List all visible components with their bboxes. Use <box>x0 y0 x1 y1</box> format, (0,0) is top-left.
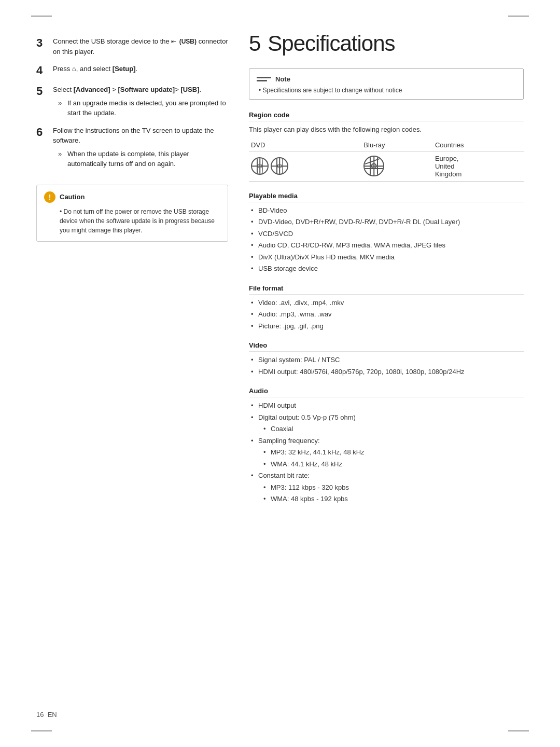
audio-item-4: Sampling frequency: <box>251 436 524 446</box>
video-list: Signal system: PAL / NTSC HDMI output: 4… <box>251 355 524 377</box>
usb-icon: ⇤ (USB) <box>171 37 197 46</box>
file-format-title: File format <box>249 284 524 295</box>
media-item-5: DivX (Ultra)/DivX Plus HD media, MKV med… <box>251 252 524 262</box>
note-icon <box>257 74 271 84</box>
file-format-list: Video: .avi, .divx, .mp4, .mkv Audio: .m… <box>251 298 524 331</box>
home-icon: ⌂ <box>72 65 76 73</box>
br-h2 <box>365 168 383 169</box>
corner-decoration-tr <box>508 16 529 17</box>
disc2-arc-2 <box>282 158 283 174</box>
step-5-sublist: If an upgrade media is detected, you are… <box>58 98 228 118</box>
step-number-6: 6 <box>36 126 48 139</box>
col-bluray: Blu-ray <box>361 139 433 151</box>
step-6-sub-1: When the update is complete, this player… <box>58 149 228 169</box>
caution-title: Caution <box>60 193 85 201</box>
video-item-2: HDMI output: 480i/576i, 480p/576p, 720p,… <box>251 367 524 377</box>
audio-list: HDMI output Digital output: 0.5 Vp-p (75… <box>251 400 524 504</box>
audio-item-5: MP3: 32 kHz, 44.1 kHz, 48 kHz <box>256 447 524 458</box>
note-header: Note <box>257 74 516 84</box>
region-code-description: This player can play discs with the foll… <box>249 125 524 135</box>
step-4: 4 Press ⌂, and select [Setup]. <box>36 64 228 77</box>
playable-media-title: Playable media <box>249 192 524 202</box>
step-3: 3 Connect the USB storage device to the … <box>36 36 228 57</box>
note-text: Specifications are subject to change wit… <box>257 87 516 94</box>
audio-item-9: WMA: 48 kpbs - 192 kpbs <box>256 494 524 504</box>
step-4-content: Press ⌂, and select [Setup]. <box>53 64 137 74</box>
audio-item-7: Constant bit rate: <box>251 471 524 481</box>
audio-section: Audio HDMI output Digital output: 0.5 Vp… <box>249 387 524 504</box>
caution-box: ! Caution Do not turn off the power or r… <box>36 185 228 242</box>
media-item-6: USB storage device <box>251 264 524 274</box>
region-code-title: Region code <box>249 111 524 121</box>
note-icon-line-1 <box>257 77 271 78</box>
note-icon-line-2 <box>257 80 267 81</box>
corner-decoration-bl <box>31 730 52 731</box>
video-section: Video Signal system: PAL / NTSC HDMI out… <box>249 341 524 377</box>
region-code-table: DVD Blu-ray Countries <box>249 139 524 182</box>
audio-item-6: WMA: 44.1 kHz, 48 kHz <box>256 459 524 469</box>
caution-text: Do not turn off the power or remove the … <box>44 207 220 235</box>
bluray-disc-1 <box>363 156 384 176</box>
chapter-number: 5 <box>249 31 260 56</box>
right-column: 5Specifications Note Specifications are … <box>249 31 524 716</box>
left-column: 3 Connect the USB storage device to the … <box>36 31 228 716</box>
media-item-1: BD-Video <box>251 205 524 216</box>
disc-center-hole-2 <box>277 164 282 169</box>
video-title: Video <box>249 341 524 352</box>
step-number-3: 3 <box>36 36 48 50</box>
step-number-4: 4 <box>36 64 48 77</box>
bluray-disc-icons <box>363 156 429 176</box>
col-dvd: DVD <box>249 139 361 151</box>
audio-item-8: MP3: 112 kbps - 320 kpbs <box>256 482 524 493</box>
format-item-3: Picture: .jpg, .gif, .png <box>251 321 524 331</box>
caution-icon: ! <box>44 191 55 203</box>
format-item-1: Video: .avi, .divx, .mp4, .mkv <box>251 298 524 308</box>
chapter-title-text: Specifications <box>268 31 395 56</box>
dvd-disc-1 <box>251 157 269 175</box>
dvd-disc-icons <box>251 157 357 175</box>
step-5-content: Select [Advanced] > [Software update]> [… <box>53 85 228 118</box>
dvd-disc-2 <box>271 157 288 175</box>
step-6: 6 Follow the instructions on the TV scre… <box>36 126 228 169</box>
disc-arc-1 <box>257 158 258 174</box>
note-label: Note <box>275 75 290 83</box>
step-5: 5 Select [Advanced] > [Software update]>… <box>36 85 228 118</box>
countries-text: Europe,UnitedKingdom <box>435 155 461 178</box>
audio-title: Audio <box>249 387 524 397</box>
chapter-title: 5Specifications <box>249 31 524 56</box>
table-row: Europe,UnitedKingdom <box>249 151 524 181</box>
countries-cell: Europe,UnitedKingdom <box>433 151 524 181</box>
disc-arc-2 <box>262 158 263 174</box>
file-format-section: File format Video: .avi, .divx, .mp4, .m… <box>249 284 524 331</box>
format-item-2: Audio: .mp3, .wma, .wav <box>251 309 524 320</box>
note-box: Note Specifications are subject to chang… <box>249 68 524 100</box>
page-num-suffix: EN <box>48 711 57 718</box>
audio-item-1: HDMI output <box>251 400 524 411</box>
br-arc-1 <box>370 157 371 175</box>
col-countries: Countries <box>433 139 524 151</box>
page-container: 3 Connect the USB storage device to the … <box>0 0 560 747</box>
playable-media-list: BD-Video DVD-Video, DVD+R/+RW, DVD-R/-RW… <box>251 205 524 274</box>
region-code-section: Region code This player can play discs w… <box>249 111 524 182</box>
steps-list: 3 Connect the USB storage device to the … <box>36 36 228 169</box>
step-number-5: 5 <box>36 85 48 98</box>
bluray-icons-cell <box>361 151 433 181</box>
disc2-arc-1 <box>276 158 277 174</box>
audio-item-3: Coaxial <box>256 424 524 434</box>
dvd-icons-cell <box>249 151 361 181</box>
media-item-2: DVD-Video, DVD+R/+RW, DVD-R/-RW, DVD+R/-… <box>251 217 524 227</box>
page-number: 16 EN <box>36 711 57 718</box>
media-item-4: Audio CD, CD-R/CD-RW, MP3 media, WMA med… <box>251 240 524 251</box>
media-item-3: VCD/SVCD <box>251 229 524 239</box>
video-item-1: Signal system: PAL / NTSC <box>251 355 524 365</box>
step-5-sub-1: If an upgrade media is detected, you are… <box>58 98 228 118</box>
corner-decoration-tl <box>31 16 52 17</box>
playable-media-section: Playable media BD-Video DVD-Video, DVD+R… <box>249 192 524 274</box>
disc-center-hole-1 <box>258 164 262 169</box>
audio-item-2: Digital output: 0.5 Vp-p (75 ohm) <box>251 412 524 423</box>
step-6-sublist: When the update is complete, this player… <box>58 149 228 169</box>
caution-header: ! Caution <box>44 191 220 203</box>
corner-decoration-br <box>508 730 529 731</box>
page-num-value: 16 <box>36 711 44 718</box>
step-6-content: Follow the instructions on the TV screen… <box>53 126 228 169</box>
